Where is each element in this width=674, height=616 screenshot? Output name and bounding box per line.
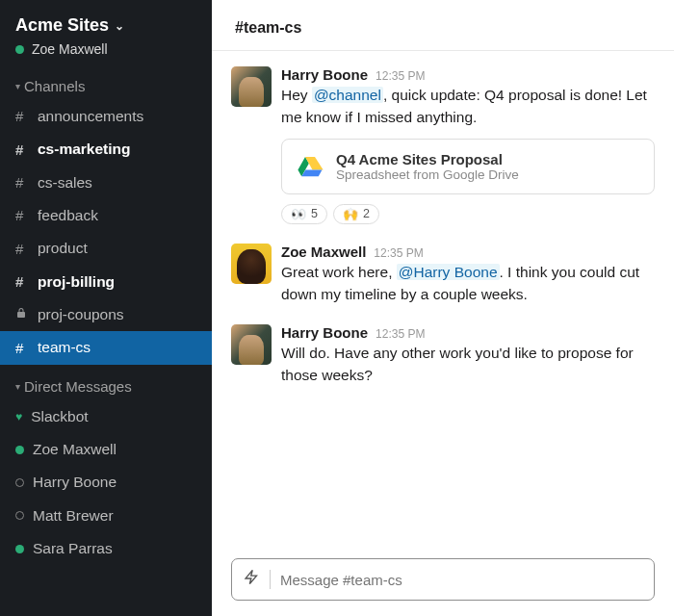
- sidebar-channel-team-cs[interactable]: #team-cs: [0, 331, 212, 364]
- message: Harry Boone12:35 PMHey @channel, quick u…: [231, 66, 655, 224]
- channel-header: #team-cs: [212, 0, 674, 51]
- reaction-count: 5: [311, 207, 318, 220]
- hash-icon: #: [15, 237, 29, 262]
- message-header: Zoe Maxwell12:35 PM: [281, 244, 655, 260]
- presence-active-icon: [15, 545, 24, 553]
- sidebar-channel-proj-coupons[interactable]: proj-coupons: [0, 298, 212, 331]
- message-body: Harry Boone12:35 PMHey @channel, quick u…: [281, 66, 655, 224]
- avatar[interactable]: [231, 244, 272, 284]
- avatar[interactable]: [231, 66, 272, 107]
- sidebar: Acme Sites ⌄ Zoe Maxwell ▾ Channels #ann…: [0, 0, 212, 616]
- message-header: Harry Boone12:35 PM: [281, 66, 655, 83]
- sidebar-dm-matt-brewer[interactable]: Matt Brewer: [0, 500, 212, 532]
- current-user-status[interactable]: Zoe Maxwell: [15, 41, 196, 57]
- sidebar-dm-harry-boone[interactable]: Harry Boone: [0, 466, 212, 499]
- attachment-subtitle: Spreadsheet from Google Drive: [336, 167, 519, 182]
- message: Harry Boone12:35 PMWill do. Have any oth…: [231, 324, 655, 387]
- hash-icon: #: [15, 170, 29, 195]
- message-text: Will do. Have any other work you'd like …: [281, 342, 655, 387]
- attachment-title: Q4 Acme Sites Proposal: [336, 151, 519, 167]
- caret-down-icon: ▾: [15, 381, 20, 392]
- hash-icon: #: [15, 270, 29, 295]
- channel-label: product: [38, 236, 88, 261]
- presence-away-icon: [15, 511, 24, 520]
- presence-active-icon: [15, 45, 24, 54]
- channels-list: #announcements#cs-marketing#cs-sales#fee…: [0, 100, 212, 365]
- presence-active-icon: [15, 446, 24, 454]
- attachment-info: Q4 Acme Sites ProposalSpreadsheet from G…: [336, 151, 519, 182]
- message-input[interactable]: [280, 572, 642, 588]
- message-timestamp: 12:35 PM: [374, 246, 423, 260]
- presence-away-icon: [15, 478, 24, 487]
- sidebar-dm-slackbot[interactable]: ♥Slackbot: [0, 400, 212, 433]
- dm-label: Sara Parras: [33, 536, 113, 561]
- avatar[interactable]: [231, 324, 272, 365]
- main-panel: #team-cs Harry Boone12:35 PMHey @channel…: [212, 0, 674, 616]
- message-timestamp: 12:35 PM: [376, 327, 425, 341]
- chevron-down-icon: ⌄: [115, 19, 124, 33]
- reaction[interactable]: 👀5: [281, 204, 327, 224]
- dm-header-label: Direct Messages: [24, 378, 132, 395]
- message-author[interactable]: Harry Boone: [281, 324, 368, 341]
- channel-label: team-cs: [38, 335, 91, 360]
- dm-section-header[interactable]: ▾ Direct Messages: [0, 365, 212, 400]
- message-text: Great work here, @Harry Boone. I think y…: [281, 261, 655, 306]
- current-user-name: Zoe Maxwell: [32, 41, 108, 57]
- message-body: Zoe Maxwell12:35 PMGreat work here, @Har…: [281, 244, 655, 306]
- heart-icon: ♥: [15, 407, 22, 426]
- composer-divider: [270, 570, 271, 589]
- message-header: Harry Boone12:35 PM: [281, 324, 655, 341]
- dm-label: Zoe Maxwell: [33, 437, 117, 462]
- message-author[interactable]: Zoe Maxwell: [281, 244, 366, 260]
- channels-header-label: Channels: [24, 78, 85, 94]
- reaction-emoji: 👀: [291, 207, 306, 221]
- file-attachment[interactable]: Q4 Acme Sites ProposalSpreadsheet from G…: [281, 139, 655, 194]
- sidebar-channel-announcements[interactable]: #announcements: [0, 100, 212, 133]
- dm-label: Harry Boone: [33, 470, 117, 495]
- hash-icon: #: [15, 203, 29, 228]
- workspace-switcher[interactable]: Acme Sites ⌄: [15, 15, 196, 36]
- google-drive-icon: [296, 152, 324, 181]
- sidebar-channel-feedback[interactable]: #feedback: [0, 199, 212, 232]
- workspace-name-label: Acme Sites: [15, 15, 109, 36]
- channel-label: cs-sales: [38, 170, 92, 195]
- channel-label: cs-marketing: [38, 137, 130, 162]
- lock-icon: [15, 305, 29, 324]
- reaction-emoji: 🙌: [343, 207, 358, 221]
- channel-label: announcements: [38, 104, 143, 129]
- sidebar-channel-product[interactable]: #product: [0, 232, 212, 265]
- sidebar-channel-cs-marketing[interactable]: #cs-marketing: [0, 133, 212, 166]
- message-list: Harry Boone12:35 PMHey @channel, quick u…: [212, 51, 674, 554]
- channel-label: proj-billing: [38, 270, 115, 295]
- sidebar-dm-sara-parras[interactable]: Sara Parras: [0, 532, 212, 565]
- sidebar-channel-cs-sales[interactable]: #cs-sales: [0, 167, 212, 199]
- mention[interactable]: @Harry Boone: [397, 264, 500, 280]
- hash-icon: #: [15, 138, 29, 163]
- hash-icon: #: [15, 336, 29, 361]
- channel-label: proj-coupons: [38, 302, 124, 327]
- sidebar-channel-proj-billing[interactable]: #proj-billing: [0, 266, 212, 298]
- message-timestamp: 12:35 PM: [376, 69, 425, 83]
- caret-down-icon: ▾: [15, 81, 20, 91]
- dm-label: Slackbot: [31, 404, 88, 429]
- workspace-header: Acme Sites ⌄ Zoe Maxwell: [0, 15, 212, 64]
- message-composer[interactable]: [231, 558, 655, 601]
- reactions: 👀5🙌2: [281, 204, 655, 224]
- shortcuts-bolt-icon[interactable]: [244, 569, 260, 590]
- channels-section-header[interactable]: ▾ Channels: [0, 64, 212, 100]
- message-body: Harry Boone12:35 PMWill do. Have any oth…: [281, 324, 655, 387]
- reaction-count: 2: [363, 207, 370, 220]
- channel-title[interactable]: #team-cs: [235, 19, 651, 37]
- message: Zoe Maxwell12:35 PMGreat work here, @Har…: [231, 244, 655, 306]
- reaction[interactable]: 🙌2: [333, 204, 379, 224]
- mention[interactable]: @channel: [312, 87, 383, 103]
- dm-list: ♥SlackbotZoe MaxwellHarry BooneMatt Brew…: [0, 400, 212, 566]
- message-author[interactable]: Harry Boone: [281, 66, 368, 83]
- message-text: Hey @channel, quick update: Q4 proposal …: [281, 84, 655, 129]
- hash-icon: #: [15, 104, 29, 129]
- channel-label: feedback: [38, 203, 98, 228]
- sidebar-dm-zoe-maxwell[interactable]: Zoe Maxwell: [0, 433, 212, 466]
- dm-label: Matt Brewer: [33, 503, 114, 528]
